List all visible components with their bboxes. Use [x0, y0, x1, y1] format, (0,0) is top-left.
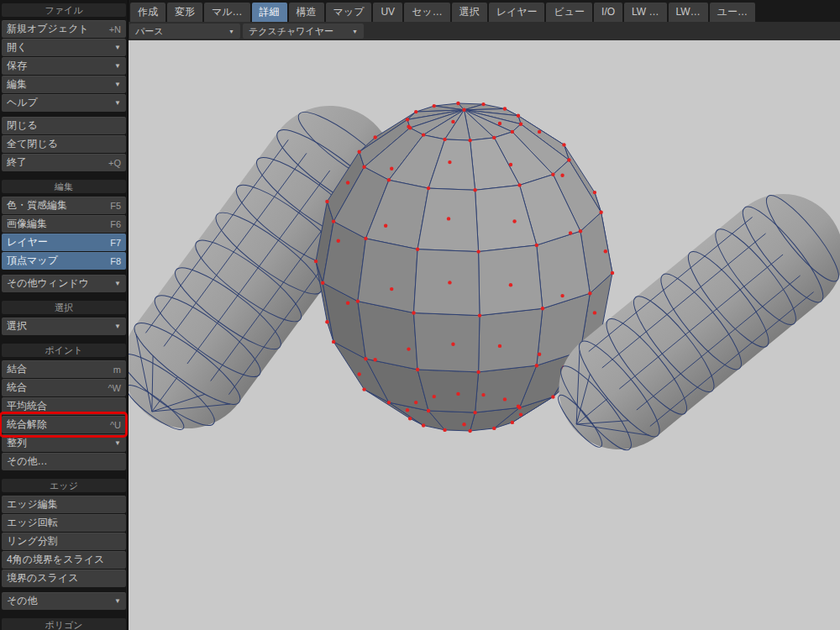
tab-active[interactable]: 詳細 — [252, 3, 287, 22]
sidebar-group: 結合m統合^W平均統合統合解除^U整列▼その他… — [2, 360, 126, 470]
viewport-3d[interactable] — [129, 40, 840, 630]
sidebar-item-label: 画像編集 — [7, 217, 107, 231]
sidebar-section-header: ポリゴン — [2, 618, 126, 630]
sidebar-item[interactable]: 統合解除^U — [2, 416, 126, 433]
tab[interactable]: 構造 — [289, 3, 324, 22]
sidebar-item-label: 4角の境界をスライス — [7, 553, 121, 567]
sidebar-item[interactable]: 4角の境界をスライス — [2, 551, 126, 569]
sidebar-item-label: その他… — [7, 454, 121, 469]
sidebar-menu: ファイル新規オブジェクト+N開く▼保存▼編集▼ヘルプ▼閉じる全て閉じる終了+Q編… — [0, 0, 128, 630]
shortcut-label: ^W — [108, 383, 121, 393]
tab[interactable]: マル… — [204, 3, 250, 22]
sidebar-item-label: ヘルプ — [7, 96, 111, 110]
shortcut-label: +N — [109, 24, 121, 34]
tab[interactable]: I/O — [594, 3, 622, 22]
chevron-down-icon: ▼ — [114, 62, 121, 70]
sidebar-item[interactable]: 保存▼ — [2, 57, 126, 75]
sidebar-item[interactable]: 閉じる — [2, 117, 126, 134]
sidebar-item-label: その他 — [7, 594, 111, 608]
sidebar-item-label: 全て閉じる — [7, 137, 121, 151]
view-mode-dropdown[interactable]: パース ▼ — [129, 24, 240, 39]
sidebar-section-header: 選択 — [2, 301, 126, 314]
sidebar-group: 閉じる全て閉じる終了+Q — [2, 117, 126, 171]
shortcut-label: +Q — [108, 158, 121, 168]
sidebar-item-label: 平均統合 — [7, 399, 121, 413]
sidebar-item-label: その他ウィンドウ — [7, 276, 111, 291]
sidebar-item-label: 色・質感編集 — [7, 198, 107, 213]
tab[interactable]: ユー… — [710, 3, 755, 22]
sidebar-item-label: 新規オブジェクト — [7, 22, 106, 36]
sidebar-item-label: 整列 — [7, 436, 111, 450]
sidebar-item[interactable]: 全て閉じる — [2, 135, 126, 153]
sidebar-item[interactable]: その他ウィンドウ▼ — [2, 275, 126, 292]
tab[interactable]: 変形 — [167, 3, 202, 22]
chevron-down-icon: ▼ — [114, 323, 121, 330]
shortcut-label: F5 — [110, 201, 121, 211]
tab[interactable]: UV — [373, 3, 402, 22]
viewport-control-bar: パース ▼ テクスチャワイヤー ▼ — [129, 22, 840, 40]
tab-bar: 作成変形マル…詳細構造マップUVセッ…選択レイヤービューI/OLW …LW…ユー… — [129, 0, 840, 22]
sidebar-group: 色・質感編集F5画像編集F6レイヤーF7頂点マップF8 — [2, 197, 126, 270]
chevron-down-icon: ▼ — [114, 597, 121, 605]
main-area: 作成変形マル…詳細構造マップUVセッ…選択レイヤービューI/OLW …LW…ユー… — [128, 0, 840, 630]
sidebar-item[interactable]: レイヤーF7 — [2, 234, 126, 251]
sidebar-item-label: 保存 — [7, 59, 111, 73]
sidebar-item[interactable]: 画像編集F6 — [2, 215, 126, 233]
sidebar-item[interactable]: 新規オブジェクト+N — [2, 20, 126, 38]
display-mode-label: テクスチャワイヤー — [249, 25, 333, 38]
sidebar-item[interactable]: 終了+Q — [2, 154, 126, 171]
chevron-down-icon: ▼ — [114, 439, 121, 447]
sidebar-item-label: リング分割 — [7, 534, 121, 549]
sidebar-item[interactable]: 境界のスライス — [2, 570, 126, 587]
sidebar-section-header: ポイント — [2, 344, 126, 357]
tab[interactable]: LW … — [624, 3, 666, 22]
sidebar-item[interactable]: その他▼ — [2, 592, 126, 610]
sidebar-item[interactable]: 統合^W — [2, 379, 126, 396]
shortcut-label: m — [113, 365, 121, 375]
sidebar-item[interactable]: 編集▼ — [2, 76, 126, 93]
sidebar-item-label: レイヤー — [7, 235, 107, 249]
display-mode-dropdown[interactable]: テクスチャワイヤー ▼ — [243, 24, 364, 39]
tab[interactable]: ビュー — [546, 3, 592, 22]
tab[interactable]: 選択 — [452, 3, 487, 22]
tab[interactable]: LW… — [669, 3, 708, 22]
sidebar-item[interactable]: 開く▼ — [2, 39, 126, 56]
sidebar-group: エッジ編集エッジ回転リング分割4角の境界をスライス境界のスライス — [2, 496, 126, 587]
tab[interactable]: セッ… — [404, 3, 450, 22]
sidebar-item-label: 頂点マップ — [7, 254, 107, 268]
sidebar-group: 選択▼ — [2, 318, 126, 335]
sidebar-item[interactable]: その他… — [2, 453, 126, 470]
sidebar-item[interactable]: 平均統合 — [2, 397, 126, 415]
sidebar-item[interactable]: 結合m — [2, 360, 126, 378]
sidebar-item[interactable]: リング分割 — [2, 533, 126, 550]
view-mode-label: パース — [135, 25, 164, 38]
sidebar-item[interactable]: エッジ回転 — [2, 514, 126, 532]
chevron-down-icon: ▼ — [114, 280, 121, 287]
sidebar-item-label: 統合 — [7, 381, 104, 395]
sidebar-item-label: 閉じる — [7, 118, 121, 133]
sidebar-item[interactable]: ヘルプ▼ — [2, 94, 126, 112]
sidebar-item-label: 境界のスライス — [7, 571, 121, 585]
sidebar-section-header: 編集 — [2, 180, 126, 193]
sidebar-item[interactable]: 選択▼ — [2, 318, 126, 335]
chevron-down-icon: ▼ — [114, 99, 121, 107]
chevron-down-icon: ▼ — [114, 81, 121, 88]
sidebar-item[interactable]: エッジ編集 — [2, 496, 126, 513]
sidebar-item-label: 開く — [7, 40, 111, 55]
sidebar-item[interactable]: 整列▼ — [2, 434, 126, 452]
chevron-down-icon: ▼ — [352, 29, 358, 34]
sidebar-item-label: エッジ編集 — [7, 497, 121, 512]
sidebar-item[interactable]: 頂点マップF8 — [2, 252, 126, 270]
sidebar-item-label: 終了 — [7, 155, 105, 170]
tab[interactable]: レイヤー — [489, 3, 545, 22]
tab[interactable]: 作成 — [130, 3, 165, 22]
sidebar-item-label: 選択 — [7, 319, 111, 333]
sidebar-item-label: エッジ回転 — [7, 516, 121, 530]
tab[interactable]: マップ — [326, 3, 372, 22]
shortcut-label: F8 — [110, 256, 121, 266]
sidebar-group: その他ウィンドウ▼ — [2, 275, 126, 292]
chevron-down-icon: ▼ — [114, 44, 121, 51]
sidebar-item-label: 編集 — [7, 77, 111, 92]
sidebar-item[interactable]: 色・質感編集F5 — [2, 197, 126, 214]
sidebar-group: その他▼ — [2, 592, 126, 610]
